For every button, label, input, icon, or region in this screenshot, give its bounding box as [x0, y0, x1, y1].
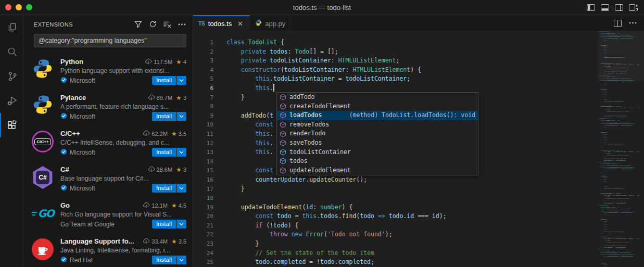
install-split-button: Install — [152, 256, 186, 264]
install-dropdown-button[interactable] — [176, 184, 186, 193]
line-number: 25 — [193, 258, 226, 267]
zoom-window-button[interactable] — [26, 4, 32, 10]
suggest-item-updateTodoElement[interactable]: updateTodoElement — [277, 166, 478, 175]
extension-stats: 33.4M★3.5 — [143, 238, 186, 245]
install-button[interactable]: Install — [152, 112, 176, 121]
suggest-item-renderTodo[interactable]: renderTodo — [277, 129, 478, 138]
suggest-item-removeTodos[interactable]: removeTodos — [277, 120, 478, 130]
tab-app-py[interactable]: app.py — [250, 15, 291, 31]
activity-item-search[interactable] — [0, 40, 23, 64]
extension-row-4[interactable]: GOGo12.1M★4.5Rich Go language support fo… — [23, 195, 193, 231]
line-number: 19 — [193, 203, 226, 212]
star-icon: ★ — [176, 166, 182, 173]
extension-info: C/C++62.2M★3.5C/C++ IntelliSense, debugg… — [54, 123, 193, 159]
install-dropdown-button[interactable] — [176, 112, 186, 121]
suggest-item-loadTodos[interactable]: loadTodos(method) TodoList.loadTodos(): … — [277, 111, 478, 120]
customize-layout-icon[interactable] — [629, 4, 638, 11]
minimap[interactable]: class TodoList { private todos: Todo[] =… — [598, 31, 644, 267]
extension-logo — [31, 94, 54, 117]
line-number: 11 — [193, 130, 226, 139]
cpp-logo-icon: C/C++ — [32, 131, 54, 152]
close-window-button[interactable] — [5, 4, 11, 10]
line-number: 13 — [193, 148, 226, 157]
extension-footer: Red HatInstall — [60, 256, 186, 264]
extension-info: Language Support fo...33.4M★3.5Java Lint… — [54, 231, 193, 267]
suggest-label: todoListContainer — [289, 148, 351, 157]
extension-stats: 117.5M★4 — [145, 58, 186, 66]
install-dropdown-button[interactable] — [176, 256, 186, 264]
suggest-item-todoListContainer[interactable]: todoListContainer — [277, 148, 478, 157]
code-line: 23 } — [193, 239, 644, 249]
extension-row-0[interactable]: Python117.5M★4Python language support wi… — [23, 52, 193, 87]
activity-item-source-control[interactable] — [0, 64, 23, 88]
close-tab-icon[interactable] — [236, 19, 244, 28]
tab-label: app.py — [265, 20, 285, 28]
toggle-primary-sidebar-icon[interactable] — [587, 4, 595, 11]
extensions-icon — [7, 120, 18, 131]
install-dropdown-button[interactable] — [176, 220, 186, 228]
install-button[interactable]: Install — [152, 184, 176, 193]
line-number: 15 — [193, 166, 226, 175]
minimize-window-button[interactable] — [16, 4, 22, 10]
install-dropdown-button[interactable] — [176, 76, 186, 85]
download-count: 117.5M — [154, 59, 172, 65]
suggest-label: renderTodo — [289, 129, 325, 138]
suggest-label: updateTodoElement — [289, 166, 351, 175]
extension-description: Base language support for C#... — [60, 175, 186, 182]
sidebar-header: EXTENSIONS — [23, 15, 193, 33]
line-number: 7 — [193, 93, 226, 103]
extension-row-1[interactable]: Pylance89.7M★3A performant, feature-rich… — [23, 87, 193, 123]
activity-item-explorer[interactable] — [0, 15, 23, 40]
extension-row-2[interactable]: C/C++C/C++62.2M★3.5C/C++ IntelliSense, d… — [23, 123, 193, 159]
extension-footer: MicrosoftInstall — [60, 148, 186, 157]
extension-title-row: Go12.1M★4.5 — [60, 201, 186, 209]
install-dropdown-button[interactable] — [176, 148, 186, 157]
install-button[interactable]: Install — [152, 256, 176, 264]
code-editor[interactable]: 1class TodoList {2 private todos: Todo[]… — [193, 31, 644, 267]
code-line: 20 const todo = this.todos.find(todo => … — [193, 212, 644, 221]
extension-name: Pylance — [60, 94, 86, 101]
extensions-search-input[interactable] — [34, 37, 186, 44]
more-icon[interactable] — [177, 20, 186, 29]
install-button[interactable]: Install — [152, 148, 176, 157]
extension-row-5[interactable]: Language Support fo...33.4M★3.5Java Lint… — [23, 231, 193, 267]
typescript-file-icon: TS — [198, 21, 205, 27]
filter-icon[interactable] — [133, 20, 143, 29]
code-line: 1class TodoList { — [193, 38, 644, 47]
tab-todos-ts[interactable]: TS todos.ts — [193, 15, 250, 31]
activity-item-run-debug[interactable] — [0, 88, 23, 113]
verified-publisher-icon — [60, 256, 67, 264]
code-line: 24 // Set the state of the todo item — [193, 249, 644, 258]
refresh-icon[interactable] — [148, 20, 157, 29]
install-split-button: Install — [152, 184, 186, 193]
clear-search-icon[interactable] — [162, 20, 172, 29]
toggle-secondary-sidebar-icon[interactable] — [615, 4, 623, 11]
extension-footer: MicrosoftInstall — [60, 112, 186, 121]
suggest-item-addTodo[interactable]: addTodo — [277, 93, 478, 102]
suggest-item-createTodoElement[interactable]: createTodoElement — [277, 102, 478, 111]
extension-name: C# — [60, 166, 69, 173]
line-number: 23 — [193, 239, 226, 249]
extension-description: Rich Go language support for Visual S... — [60, 211, 186, 218]
code-line: 18 — [193, 194, 644, 203]
publisher: Microsoft — [60, 184, 95, 193]
editor-group: TS todos.ts app.py — [193, 15, 644, 267]
toggle-panel-icon[interactable] — [601, 4, 609, 11]
download-count: 89.7M — [157, 95, 173, 101]
extension-footer: MicrosoftInstall — [60, 76, 186, 85]
install-button[interactable]: Install — [152, 220, 176, 228]
split-editor-icon[interactable] — [614, 20, 622, 27]
go-logo-icon: GO — [32, 207, 54, 220]
publisher-name: Red Hat — [70, 257, 93, 264]
activity-item-extensions[interactable] — [0, 113, 23, 137]
line-number: 3 — [193, 56, 226, 66]
minimap-slider[interactable] — [598, 31, 644, 81]
line-number: 6 — [193, 84, 226, 93]
tab-strip-empty — [291, 15, 614, 31]
suggest-item-todos[interactable]: todos — [277, 157, 478, 166]
suggest-item-saveTodos[interactable]: saveTodos — [277, 138, 478, 148]
extension-row-3[interactable]: C#C#28.6M★3Base language support for C#.… — [23, 159, 193, 195]
install-button[interactable]: Install — [152, 76, 176, 85]
more-editor-actions-icon[interactable] — [629, 22, 637, 24]
csharp-logo-icon: C# — [32, 166, 53, 189]
